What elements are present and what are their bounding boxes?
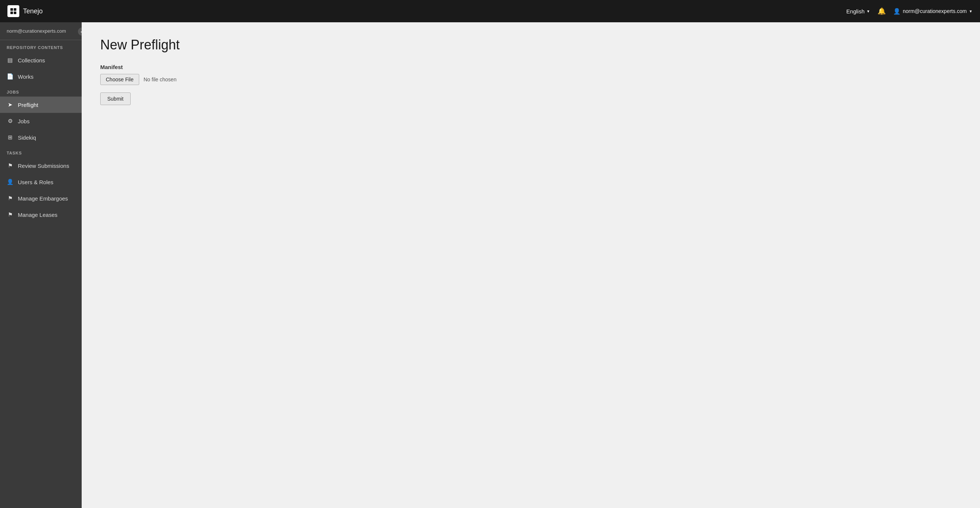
section-label-jobs: Jobs [0,84,82,97]
manage-embargoes-icon: ⚑ [7,195,13,202]
no-file-text: No file chosen [144,76,177,83]
sidebar-item-review-submissions[interactable]: ⚑ Review Submissions [0,158,82,174]
sidebar: ◀ norm@curationexperts.com Repository Co… [0,22,82,508]
page-title: New Preflight [100,37,961,53]
sidebar-item-jobs[interactable]: ⚙ Jobs [0,113,82,129]
language-chevron: ▼ [866,9,870,13]
app-name: Tenejo [23,8,43,15]
svg-rect-0 [10,8,13,11]
manage-leases-icon: ⚑ [7,211,13,218]
users-roles-icon: 👤 [7,178,13,185]
sidekiq-icon: ⊞ [7,134,13,141]
jobs-icon: ⚙ [7,118,13,124]
sidebar-item-label: Sidekiq [18,134,36,141]
preflight-icon: ➤ [7,101,13,108]
svg-rect-3 [14,11,16,14]
language-selector[interactable]: English ▼ [846,8,870,14]
sidebar-item-sidekiq[interactable]: ⊞ Sidekiq [0,129,82,146]
sidebar-item-collections[interactable]: ▤ Collections [0,52,82,68]
layout: ◀ norm@curationexperts.com Repository Co… [0,22,980,508]
sidebar-user-email: norm@curationexperts.com [0,22,82,40]
sidebar-item-label: Collections [18,57,45,64]
sidebar-item-label: Manage Leases [18,212,57,218]
app-logo [8,5,19,17]
sidebar-item-manage-embargoes[interactable]: ⚑ Manage Embargoes [0,190,82,207]
sidebar-item-works[interactable]: 📄 Works [0,68,82,84]
sidebar-item-users-roles[interactable]: 👤 Users & Roles [0,174,82,190]
main-content: New Preflight Manifest Choose File No fi… [82,22,980,508]
sidebar-item-label: Preflight [18,102,38,108]
navbar: Tenejo English ▼ 🔔 👤 norm@curationexpert… [0,0,980,22]
svg-rect-2 [10,11,13,14]
user-icon: 👤 [893,8,900,15]
user-email-nav: norm@curationexperts.com [903,8,967,14]
notification-bell[interactable]: 🔔 [878,7,886,15]
sidebar-item-label: Users & Roles [18,179,54,185]
sidebar-item-preflight[interactable]: ➤ Preflight [0,97,82,113]
sidebar-item-label: Review Submissions [18,162,69,169]
user-menu-chevron: ▼ [969,9,972,13]
preflight-form: Manifest Choose File No file chosen Subm… [100,64,961,105]
sidebar-item-label: Manage Embargoes [18,195,68,202]
svg-rect-1 [14,8,16,11]
works-icon: 📄 [7,73,13,80]
section-label-tasks: Tasks [0,146,82,158]
manifest-label: Manifest [100,64,961,70]
collections-icon: ▤ [7,57,13,64]
sidebar-toggle-icon: ◀ [81,29,82,34]
navbar-left: Tenejo [8,5,43,17]
review-submissions-icon: ⚑ [7,162,13,169]
section-label-repository: Repository Contents [0,40,82,52]
sidebar-item-label: Works [18,73,33,80]
sidebar-item-manage-leases[interactable]: ⚑ Manage Leases [0,207,82,223]
navbar-right: English ▼ 🔔 👤 norm@curationexperts.com ▼ [846,7,972,15]
user-menu[interactable]: 👤 norm@curationexperts.com ▼ [893,8,972,15]
language-label: English [846,8,865,14]
file-input-row: Choose File No file chosen [100,74,961,85]
sidebar-item-label: Jobs [18,118,30,124]
submit-button[interactable]: Submit [100,92,130,105]
choose-file-button[interactable]: Choose File [100,74,139,85]
